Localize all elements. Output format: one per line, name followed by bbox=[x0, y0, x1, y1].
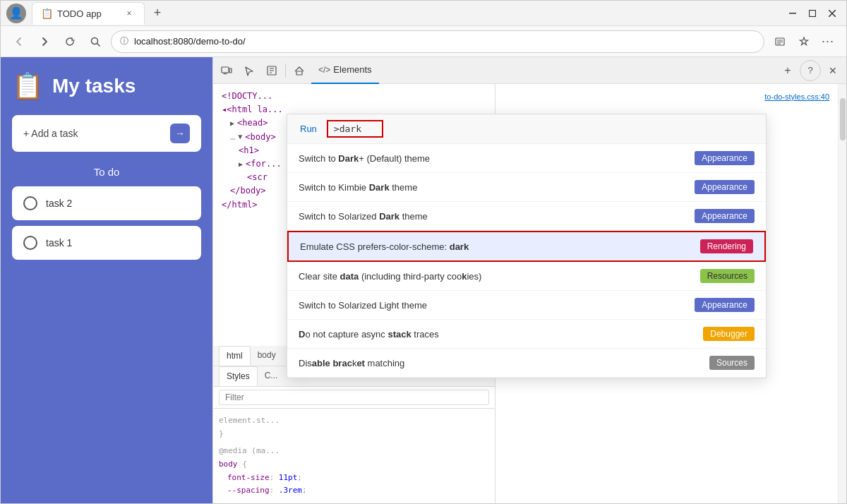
command-item[interactable]: Do not capture async stack traces Debugg… bbox=[287, 320, 766, 349]
devtools-more-tools[interactable]: + bbox=[777, 60, 798, 81]
devtools-scrollbar[interactable] bbox=[838, 84, 846, 503]
toolbar-separator bbox=[285, 64, 286, 78]
styles-link[interactable]: to-do-styles.css:40 bbox=[501, 90, 832, 104]
task-label: task 2 bbox=[46, 198, 72, 209]
tab-favicon: 📋 bbox=[41, 8, 53, 19]
devtools-source-maps[interactable] bbox=[261, 60, 282, 81]
html-tag: ◂<html la... bbox=[222, 103, 283, 116]
command-item-text: Switch to Kimbie Dark theme bbox=[299, 182, 689, 193]
info-icon: ⓘ bbox=[120, 35, 128, 47]
devtools-scroll-thumb[interactable] bbox=[840, 98, 846, 140]
reader-mode-button[interactable] bbox=[770, 32, 790, 52]
more-button[interactable]: ··· bbox=[818, 32, 838, 52]
devtools-tab-elements[interactable]: </> Elements bbox=[311, 57, 379, 84]
window-maximize-button[interactable] bbox=[804, 5, 821, 22]
command-item-badge[interactable]: Sources bbox=[709, 356, 755, 370]
script-tag: <scr bbox=[247, 171, 268, 184]
add-task-button[interactable]: + Add a task → bbox=[12, 115, 201, 152]
command-item[interactable]: Clear site data (including third-party c… bbox=[287, 262, 766, 291]
command-item-badge[interactable]: Debugger bbox=[703, 327, 755, 341]
h1-tag: <h1> bbox=[239, 144, 259, 157]
devtools-home[interactable] bbox=[289, 60, 310, 81]
command-item-badge[interactable]: Resources bbox=[700, 269, 755, 283]
todo-app: 📋 My tasks + Add a task → To do task 2 t… bbox=[1, 57, 212, 503]
search-button[interactable] bbox=[85, 32, 105, 52]
styles-panel: Styles C... element.st... } @media (ma.. bbox=[213, 366, 495, 503]
command-item-badge[interactable]: Rendering bbox=[700, 239, 753, 253]
task-checkbox[interactable] bbox=[23, 236, 37, 250]
command-item[interactable]: Switch to Kimbie Dark theme Appearance bbox=[287, 173, 766, 202]
body-close-tag: </body> bbox=[230, 184, 266, 198]
tree-expand-arrow[interactable]: ▶ bbox=[230, 118, 234, 129]
command-item-badge[interactable]: Appearance bbox=[695, 180, 755, 194]
body-tag: <body> bbox=[245, 131, 275, 144]
command-item[interactable]: Disable bracket matching Sources bbox=[287, 349, 766, 378]
command-item[interactable]: Switch to Dark+ (Default) theme Appearan… bbox=[287, 144, 766, 173]
back-button[interactable] bbox=[9, 32, 29, 52]
styles-code-line: @media (ma... bbox=[219, 445, 489, 458]
todo-app-icon: 📋 bbox=[12, 71, 44, 101]
command-item-text: Disable bracket matching bbox=[299, 358, 704, 368]
add-task-arrow-icon: → bbox=[170, 124, 190, 143]
command-item-text: Emulate CSS prefers-color-scheme: dark bbox=[300, 241, 695, 252]
command-item[interactable]: Switch to Solarized Dark theme Appearanc… bbox=[287, 202, 766, 231]
doctype-line: <!DOCTY... bbox=[222, 90, 272, 103]
command-palette-results: Switch to Dark+ (Default) theme Appearan… bbox=[287, 144, 766, 378]
reload-button[interactable] bbox=[60, 32, 80, 52]
devtools-select-element[interactable] bbox=[239, 60, 260, 81]
html-close-tag: </html> bbox=[222, 198, 258, 212]
styles-code-line: body { bbox=[219, 458, 489, 472]
new-tab-button[interactable]: + bbox=[148, 4, 167, 23]
profile-avatar[interactable]: 👤 bbox=[6, 4, 26, 23]
url-bar[interactable]: ⓘ localhost:8080/demo-to-do/ bbox=[111, 30, 764, 53]
task-item[interactable]: task 2 bbox=[12, 186, 201, 220]
command-input[interactable]: >dark bbox=[327, 120, 383, 138]
window-minimize-button[interactable] bbox=[784, 5, 801, 22]
breadcrumb-html[interactable]: html bbox=[219, 346, 251, 366]
title-bar: 👤 📋 TODO app × + bbox=[1, 1, 846, 26]
browser-tab[interactable]: 📋 TODO app × bbox=[32, 2, 145, 25]
command-item-text: Switch to Solarized Dark theme bbox=[299, 211, 689, 222]
devtools-elements-label: Elements bbox=[333, 64, 371, 75]
window-close-button[interactable] bbox=[824, 5, 841, 22]
styles-filter-input[interactable] bbox=[219, 390, 489, 405]
devtools-device-toggle[interactable] bbox=[216, 60, 237, 81]
command-item-badge[interactable]: Appearance bbox=[695, 298, 755, 312]
favorites-button[interactable] bbox=[794, 32, 814, 52]
command-palette: Run >dark Switch to Dark+ (Default) them… bbox=[287, 114, 767, 378]
styles-filter bbox=[213, 387, 495, 409]
task-checkbox[interactable] bbox=[23, 196, 37, 210]
command-item-badge[interactable]: Appearance bbox=[695, 209, 755, 223]
css-source-link[interactable]: to-do-styles.css:40 bbox=[764, 92, 829, 101]
breadcrumb-body[interactable]: body bbox=[251, 346, 283, 366]
svg-rect-18 bbox=[296, 71, 302, 75]
styles-code-line: } bbox=[219, 428, 489, 441]
svg-rect-1 bbox=[810, 10, 816, 16]
command-item[interactable]: Switch to Solarized Light theme Appearan… bbox=[287, 291, 766, 320]
tree-expand-arrow[interactable]: ▶ bbox=[239, 159, 243, 170]
add-task-label: + Add a task bbox=[23, 128, 163, 139]
command-item-text: Switch to Dark+ (Default) theme bbox=[299, 153, 689, 164]
command-palette-header: Run >dark bbox=[287, 114, 766, 144]
forward-button[interactable] bbox=[35, 32, 54, 52]
tab-computed[interactable]: C... bbox=[258, 366, 285, 386]
tab-close-button[interactable]: × bbox=[123, 7, 136, 20]
todo-section-title: To do bbox=[12, 166, 201, 178]
devtools-help[interactable]: ? bbox=[800, 60, 821, 81]
devtools-close[interactable]: ✕ bbox=[822, 60, 843, 81]
task-label: task 1 bbox=[46, 237, 72, 248]
address-bar: ⓘ localhost:8080/demo-to-do/ ··· bbox=[1, 26, 846, 57]
svg-rect-0 bbox=[789, 13, 796, 14]
command-item-highlighted[interactable]: Emulate CSS prefers-color-scheme: dark R… bbox=[287, 231, 766, 262]
command-item-badge[interactable]: Appearance bbox=[695, 151, 755, 165]
styles-code-line: element.st... bbox=[219, 414, 489, 428]
run-button[interactable]: Run bbox=[296, 122, 321, 136]
styles-code-area: element.st... } @media (ma... body { fon… bbox=[213, 409, 495, 503]
tab-title: TODO app bbox=[57, 8, 102, 19]
todo-app-title: My tasks bbox=[52, 75, 136, 97]
styles-code-line: font-size: 11pt; bbox=[219, 472, 489, 485]
tab-styles[interactable]: Styles bbox=[219, 366, 258, 386]
form-tag: <for... bbox=[246, 157, 282, 171]
tree-expand-arrow[interactable]: ▼ bbox=[238, 131, 242, 143]
task-item[interactable]: task 1 bbox=[12, 226, 201, 260]
